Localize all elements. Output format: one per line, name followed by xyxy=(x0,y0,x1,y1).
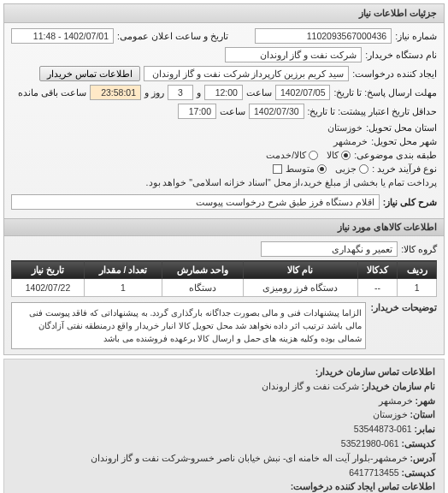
radio-icon xyxy=(359,164,368,174)
contact-org: شرکت نفت و گاز اروندان xyxy=(262,381,359,391)
days-label: روز و xyxy=(144,87,164,98)
contact-title: اطلاعات تماس سازمان خریدار: xyxy=(315,366,435,377)
budget-opt-1-label: کالا/خدمت xyxy=(266,150,306,160)
buyer-desc-label: توضیحات خریدار: xyxy=(371,302,437,312)
valid-time-label: ساعت xyxy=(220,106,245,116)
resp-time: 12:00 xyxy=(204,85,243,100)
process-opt-0-label: جزیی xyxy=(335,163,357,174)
buyer-desc-text: الزاما پیشنهادات فنی و مالی بصورت جداگان… xyxy=(11,302,366,349)
process-label: نوع فرآیند خرید : xyxy=(372,163,437,174)
cell: 1402/07/22 xyxy=(12,279,85,297)
contact-city-label: شهر: xyxy=(416,395,436,406)
cell: 1 xyxy=(85,279,162,297)
contact-address: خرمشهر-بلوار آیت اله خامنه ای- نبش خیابا… xyxy=(91,453,408,463)
th-2: نام کالا xyxy=(243,261,357,279)
th-5: تاریخ نیاز xyxy=(12,261,85,279)
valid-until-label: حداقل تاریخ اعتبار پیشتت: تا تاریخ: xyxy=(308,106,437,116)
announce-value: 1402/07/01 - 11:48 xyxy=(11,28,114,44)
details-panel: جزئیات اطلاعات نیاز شماره نیاز: 11020935… xyxy=(3,3,445,355)
group-value: تعمیر و نگهداری xyxy=(261,241,398,257)
cell: دستگاه xyxy=(162,279,243,297)
budget-opt-1[interactable]: کالا/خدمت xyxy=(266,150,318,160)
treasury-note: پرداخت تمام یا بخشی از مبلغ خرید،از محل … xyxy=(146,177,437,187)
creator-label: ایجاد کننده درخواست: xyxy=(352,68,437,79)
req-no-value: 1102093567000436 xyxy=(255,28,392,44)
contact-province-label: استان: xyxy=(410,409,436,419)
contact-province: خوزستان xyxy=(373,409,408,419)
panel-body: شماره نیاز: 1102093567000436 تاریخ و ساع… xyxy=(4,23,444,218)
cell: 1 xyxy=(398,279,437,297)
announce-label: تاریخ و ساعت اعلان عمومی: xyxy=(117,31,228,41)
process-opt-0[interactable]: جزیی xyxy=(335,163,368,174)
th-4: تعداد / مقدار xyxy=(85,261,162,279)
resp-date: 1402/07/05 xyxy=(275,85,331,100)
budget-radio-group: کالا کالا/خدمت xyxy=(266,150,351,160)
remaining-label: ساعت باقی مانده xyxy=(18,87,86,98)
days-and: و xyxy=(197,87,201,98)
contact-fax-label: نمابر: xyxy=(415,424,436,434)
contact-block: اطلاعات تماس سازمان خریدار: نام سازمان خ… xyxy=(3,359,445,493)
treasury-checkbox[interactable] xyxy=(273,164,282,174)
org-label: نام دستگاه خریدار: xyxy=(365,50,437,60)
goods-header: اطلاعات کالاهای مورد نیاز xyxy=(4,218,444,236)
creator-value: سید کریم برزین کارپرداز شرکت نفت و گاز ا… xyxy=(144,66,349,81)
panel-title: جزئیات اطلاعات نیاز xyxy=(4,4,444,23)
budget-opt-0-label: کالا xyxy=(327,150,339,160)
creator-contact-title: اطلاعات تماس ایجاد کننده درخواست: xyxy=(291,481,435,491)
process-opt-1-label: متوسط xyxy=(286,163,315,174)
province-label: استان محل تحویل: xyxy=(366,122,437,133)
days-value: 3 xyxy=(168,85,193,100)
summary-label: شرح کلی نیاز: xyxy=(383,197,437,207)
radio-icon xyxy=(309,151,318,160)
buyer-contact-button[interactable]: اطلاعات تماس خریدار xyxy=(39,66,140,81)
radio-icon xyxy=(341,151,351,160)
contact-address-label: آدرس: xyxy=(410,453,436,463)
cell: -- xyxy=(357,279,398,297)
group-label: گروه کالا: xyxy=(401,244,437,254)
valid-time: 17:00 xyxy=(178,104,216,119)
summary-value: اقلام دستگاه فرز طبق شرح درخواست پیوست xyxy=(11,194,380,210)
process-opt-1[interactable]: متوسط xyxy=(286,163,327,174)
contact-post2: 6417713455 xyxy=(349,467,398,478)
contact-post2-label: کدپستی: xyxy=(402,467,436,478)
th-0: ردیف xyxy=(398,261,437,279)
remaining-time: 23:58:01 xyxy=(90,85,141,100)
process-radio-group: جزیی متوسط xyxy=(286,163,368,174)
cell: دستگاه فرز رومیزی xyxy=(243,279,357,297)
contact-postal-label: کدپستی: xyxy=(402,438,436,448)
resp-time-label: ساعت xyxy=(246,87,272,98)
contact-postal: 061-53521980 xyxy=(341,438,399,448)
province-value: خوزستان xyxy=(327,122,363,133)
budget-opt-0[interactable]: کالا xyxy=(327,150,351,160)
contact-city: خرمشهر xyxy=(379,395,413,406)
valid-date: 1402/07/30 xyxy=(249,104,304,119)
org-value: شرکت نفت و گاز اروندان xyxy=(225,47,362,62)
table-row[interactable]: 1 -- دستگاه فرز رومیزی دستگاه 1 1402/07/… xyxy=(12,279,437,297)
items-table: ردیف کدکالا نام کالا واحد شمارش تعداد / … xyxy=(11,260,437,297)
budget-label: طبقه بندی موضوعی: xyxy=(354,150,437,160)
city-value: خرمشهر xyxy=(333,136,368,146)
th-1: کدکالا xyxy=(357,261,398,279)
resp-until-label: مهلت ارسال پاسخ: تا تاریخ: xyxy=(333,87,437,98)
radio-icon xyxy=(317,164,327,174)
city-label: شهر محل تحویل: xyxy=(371,136,437,146)
contact-fax: 061-53544873 xyxy=(354,424,412,434)
contact-org-label: نام سازمان خریدار: xyxy=(362,381,435,391)
req-no-label: شماره نیاز: xyxy=(395,31,437,41)
th-3: واحد شمارش xyxy=(162,261,243,279)
